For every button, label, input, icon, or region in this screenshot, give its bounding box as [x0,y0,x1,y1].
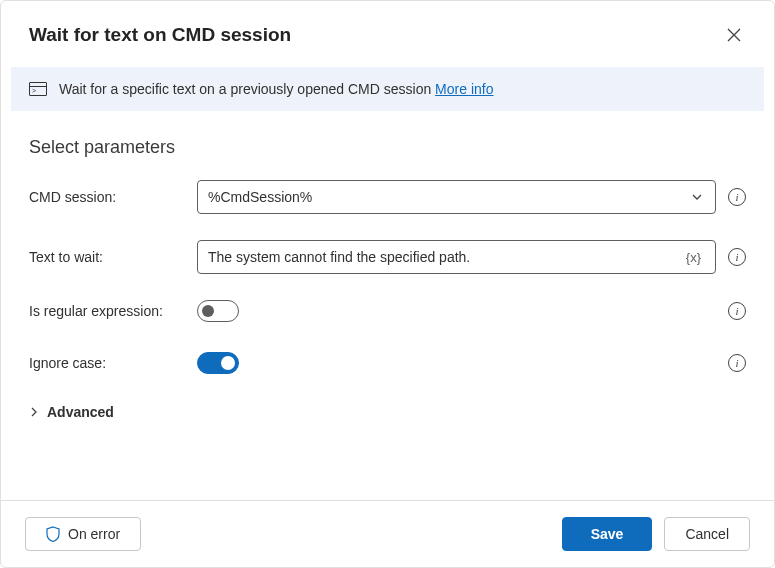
advanced-label: Advanced [47,404,114,420]
info-bar: Wait for a specific text on a previously… [11,67,764,111]
on-error-label: On error [68,526,120,542]
on-error-button[interactable]: On error [25,517,141,551]
chevron-down-icon [689,189,705,205]
info-bar-desc: Wait for a specific text on a previously… [59,81,431,97]
label-is-regex: Is regular expression: [29,303,197,319]
row-cmd-session: CMD session: %CmdSession% i [29,180,746,214]
row-text-to-wait: Text to wait: The system cannot find the… [29,240,746,274]
save-button[interactable]: Save [562,517,653,551]
more-info-link[interactable]: More info [435,81,493,97]
cancel-label: Cancel [685,526,729,542]
dialog-title: Wait for text on CMD session [29,24,291,46]
shield-icon [46,526,60,542]
variable-picker-icon[interactable]: {x} [682,250,705,265]
chevron-right-icon [29,407,39,417]
label-cmd-session: CMD session: [29,189,197,205]
is-regex-toggle[interactable] [197,300,239,322]
info-icon-cmd-session[interactable]: i [728,188,746,206]
row-ignore-case: Ignore case: i [29,352,746,374]
save-label: Save [591,526,624,542]
cancel-button[interactable]: Cancel [664,517,750,551]
ignore-case-toggle[interactable] [197,352,239,374]
label-text-to-wait: Text to wait: [29,249,197,265]
info-icon-text-to-wait[interactable]: i [728,248,746,266]
close-button[interactable] [718,19,750,51]
close-icon [727,28,741,42]
row-is-regex: Is regular expression: i [29,300,746,322]
section-title: Select parameters [29,137,746,158]
cmd-session-value: %CmdSession% [208,189,689,205]
info-bar-text: Wait for a specific text on a previously… [59,81,493,97]
cmd-icon [29,82,47,96]
text-to-wait-value: The system cannot find the specified pat… [208,249,682,265]
cmd-session-dropdown[interactable]: %CmdSession% [197,180,716,214]
content-area: Select parameters CMD session: %CmdSessi… [1,111,774,500]
info-icon-ignore-case[interactable]: i [728,354,746,372]
info-icon-is-regex[interactable]: i [728,302,746,320]
label-ignore-case: Ignore case: [29,355,197,371]
text-to-wait-input[interactable]: The system cannot find the specified pat… [197,240,716,274]
dialog-header: Wait for text on CMD session [1,1,774,67]
advanced-expander[interactable]: Advanced [29,404,746,420]
dialog-footer: On error Save Cancel [1,500,774,567]
